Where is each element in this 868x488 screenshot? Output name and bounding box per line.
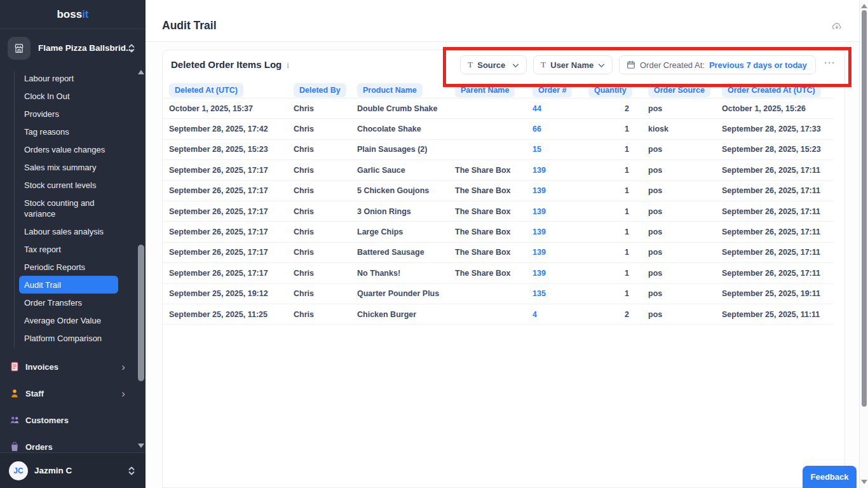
source-filter-button[interactable]: T Source xyxy=(460,55,527,74)
sidebar-item-average-order-value[interactable]: Average Order Value xyxy=(19,311,118,329)
column-header-order: Order # xyxy=(532,83,588,97)
scroll-up-arrow[interactable] xyxy=(861,4,867,8)
sidebar-item-labour-sales-analysis[interactable]: Labour sales analysis xyxy=(19,222,118,240)
sidebar-item-stock-counting-and-variance[interactable]: Stock counting and variance xyxy=(19,194,118,222)
user-name-filter-button[interactable]: T User Name xyxy=(533,55,613,74)
cell-deleted_by: Chris xyxy=(294,166,357,175)
sidebar-item-periodic-reports[interactable]: Periodic Reports xyxy=(19,258,118,276)
sidebar-item-sales-mix-summary[interactable]: Sales mix summary xyxy=(19,158,118,176)
cell-qty: 1 xyxy=(588,227,629,236)
cell-parent: The Share Box xyxy=(455,269,532,278)
cell-product: Battered Sausage xyxy=(357,248,455,257)
logo-text-it: it xyxy=(82,8,88,20)
venue-selector[interactable]: Flame Pizza Ballsbrid... xyxy=(0,36,146,61)
sidebar-item-platform-comparison[interactable]: Platform Comparison xyxy=(19,329,118,347)
column-header-parent-name: Parent Name xyxy=(455,83,532,97)
sidebar-item-staff[interactable]: Staff › xyxy=(0,380,146,407)
logo-text-boss: boss xyxy=(57,8,82,20)
sidebar-item-tax-report[interactable]: Tax report xyxy=(19,240,118,258)
calendar-icon xyxy=(627,60,635,69)
sidebar-scroll-up[interactable] xyxy=(138,70,144,74)
sidebar-item-stock-current-levels[interactable]: Stock current levels xyxy=(19,176,118,194)
cell-order[interactable]: 139 xyxy=(532,248,588,257)
info-icon[interactable]: i xyxy=(287,60,289,70)
cell-qty: 2 xyxy=(588,310,629,319)
sidebar-item-label: Staff xyxy=(25,389,44,398)
cell-order[interactable]: 139 xyxy=(532,207,588,216)
cell-order[interactable]: 135 xyxy=(532,289,588,298)
page-scrollbar-thumb[interactable] xyxy=(862,10,867,407)
cell-deleted_by: Chris xyxy=(294,269,357,278)
column-header-pill[interactable]: Deleted By xyxy=(294,83,346,97)
table-row: September 26, 2025, 17:17Chris5 Chicken … xyxy=(163,181,834,201)
cell-order[interactable]: 139 xyxy=(532,227,588,236)
cell-deleted_at: October 1, 2025, 15:37 xyxy=(169,104,294,113)
cell-parent: The Share Box xyxy=(455,166,532,175)
cell-qty: 1 xyxy=(588,248,629,257)
sidebar-scroll-down[interactable] xyxy=(138,444,144,448)
column-header-pill[interactable]: Product Name xyxy=(357,83,423,97)
cell-created_at: September 26, 2025, 17:11 xyxy=(722,186,827,195)
cell-qty: 1 xyxy=(588,186,629,195)
cell-deleted_at: September 26, 2025, 17:17 xyxy=(169,207,294,216)
text-filter-icon: T xyxy=(468,60,473,70)
invoice-icon xyxy=(9,361,20,372)
cell-order[interactable]: 139 xyxy=(532,186,588,195)
sidebar-item-invoices[interactable]: Invoices › xyxy=(0,353,146,380)
cell-qty: 1 xyxy=(588,207,629,216)
cell-order[interactable]: 15 xyxy=(532,145,588,154)
table-row: September 25, 2025, 19:12ChrisQuarter Po… xyxy=(163,284,834,304)
sidebar-item-labour-report[interactable]: Labour report xyxy=(19,69,118,87)
cell-product: 3 Onion Rings xyxy=(357,207,455,216)
sidebar-item-clock-in-out[interactable]: Clock In Out xyxy=(19,87,118,105)
cell-deleted_by: Chris xyxy=(294,104,357,113)
cell-source: pos xyxy=(629,186,722,195)
column-header-pill[interactable]: Deleted At (UTC) xyxy=(169,83,243,97)
cell-deleted_at: September 26, 2025, 17:17 xyxy=(169,227,294,236)
cell-order[interactable]: 44 xyxy=(532,104,588,113)
nav-indent-line xyxy=(14,71,15,348)
cell-parent: The Share Box xyxy=(455,248,532,257)
column-header-order-created-at-utc: Order Created At (UTC) xyxy=(722,83,827,97)
column-header-pill[interactable]: Order # xyxy=(532,83,572,97)
user-menu[interactable]: JC Jazmin C xyxy=(0,452,146,488)
more-options-button[interactable]: ··· xyxy=(820,56,839,74)
date-filter-value: Previous 7 days or today xyxy=(709,60,807,70)
cell-order[interactable]: 66 xyxy=(532,125,588,133)
chevron-right-icon: › xyxy=(121,362,125,372)
app: bossit Flame Pizza Ballsbrid... Labour r… xyxy=(0,0,868,488)
sidebar-sections: Invoices › Staff › Customers Or xyxy=(0,353,146,460)
cell-qty: 1 xyxy=(588,166,629,175)
filter-bar: T Source T User Name xyxy=(460,55,816,74)
sidebar-item-tag-reasons[interactable]: Tag reasons xyxy=(19,123,118,140)
sidebar-item-orders-value-changes[interactable]: Orders value changes xyxy=(19,140,118,158)
sidebar-item-order-transfers[interactable]: Order Transfers xyxy=(19,294,118,311)
page-scrollbar[interactable] xyxy=(859,0,868,488)
column-header-product-name: Product Name xyxy=(357,83,455,97)
cell-source: pos xyxy=(629,145,722,154)
column-header-pill[interactable]: Parent Name xyxy=(455,83,515,97)
cloud-download-icon[interactable] xyxy=(831,21,843,33)
cell-order[interactable]: 4 xyxy=(532,310,588,319)
scroll-down-arrow[interactable] xyxy=(861,480,867,484)
staff-icon xyxy=(9,388,20,399)
order-created-at-filter-button[interactable]: Order Created At: Previous 7 days or tod… xyxy=(619,55,816,74)
bossit-logo[interactable]: bossit xyxy=(0,0,146,29)
user-name: Jazmin C xyxy=(34,453,72,488)
sidebar-item-customers[interactable]: Customers xyxy=(0,407,146,433)
cell-order[interactable]: 139 xyxy=(532,269,588,278)
sidebar-item-audit-trail[interactable]: Audit Trail xyxy=(19,276,118,294)
cell-deleted_at: September 25, 2025, 19:12 xyxy=(169,289,294,298)
column-header-pill[interactable]: Order Source xyxy=(648,83,710,97)
column-header-pill[interactable]: Order Created At (UTC) xyxy=(722,83,821,97)
orders-icon xyxy=(9,441,20,452)
cell-created_at: September 26, 2025, 17:11 xyxy=(722,248,827,257)
cell-product: No Thanks! xyxy=(357,269,455,278)
sidebar-item-providers[interactable]: Providers xyxy=(19,105,118,123)
feedback-button[interactable]: Feedback xyxy=(803,466,857,488)
cell-order[interactable]: 139 xyxy=(532,166,588,175)
sidebar-item-label: Invoices xyxy=(25,362,58,372)
sidebar-scrollbar-thumb[interactable] xyxy=(138,245,144,381)
column-header-pill[interactable]: Quantity xyxy=(588,83,632,97)
cell-source: pos xyxy=(629,104,722,113)
